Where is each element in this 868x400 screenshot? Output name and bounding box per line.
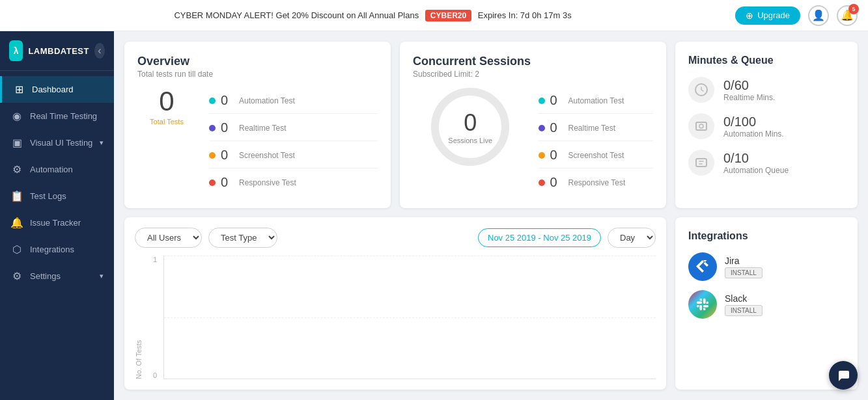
y-axis-bottom: 0 [153,371,157,379]
chevron-down-icon: ▾ [100,139,104,147]
overview-inner: 0 Total Tests 0 Automation Test 0 Realti… [137,88,378,195]
sidebar-item-label: Settings [30,271,61,281]
sidebar-item-integrations[interactable]: ⬡ Integrations [0,236,114,263]
stat-row-realtime: 0 Realtime Test [209,115,378,141]
topbar-alert: CYBER MONDAY ALERT! Get 20% Discount on … [10,10,735,21]
mq-realtime-sublabel: Realtime Mins. [723,93,775,102]
sidebar-item-label: Test Logs [30,191,66,201]
realtime-value: 0 [221,120,234,135]
sidebar-item-issue-tracker[interactable]: 🔔 Issue Tracker [0,209,114,236]
sidebar-item-visual-ui[interactable]: ▣ Visual UI Testing ▾ [0,129,114,156]
integrations-side-card: Integrations Jira INSTALL Slack [675,217,858,390]
con-responsive-value: 0 [550,175,563,190]
chart-card: All Users Test Type Nov 25 2019 - Nov 25… [124,217,666,390]
slack-logo [688,290,717,319]
day-select[interactable]: Day [608,228,656,248]
con-realtime-dot [539,125,545,131]
slack-name: Slack [725,293,763,304]
mq-queue: 0/10 Automation Queue [688,150,845,176]
sidebar-collapse-button[interactable]: ‹ [94,43,105,59]
topbar-actions: Upgrade 👤 🔔 5 [735,5,858,26]
expires-text: Expires In: 7d 0h 17m 3s [478,10,572,20]
sidebar-item-label: Automation [30,165,73,174]
date-range-button[interactable]: Nov 25 2019 - Nov 25 2019 [478,228,601,247]
notification-bell[interactable]: 🔔 5 [837,5,858,26]
jira-name: Jira [725,256,763,266]
mq-automation: 0/100 Automation Mins. [688,113,845,139]
sidebar-item-settings[interactable]: ⚙ Settings ▾ [0,263,114,289]
stat-row-automation: 0 Automation Test [209,88,378,114]
slack-install-button[interactable]: INSTALL [725,305,763,316]
sidebar-item-label: Visual UI Testing [30,138,92,148]
sidebar-item-automation[interactable]: ⚙ Automation [0,156,114,183]
automation-label: Automation Test [239,96,295,105]
automation-dot [209,98,216,104]
concurrent-subtitle: Subscribed Limit: 2 [413,70,653,79]
test-logs-icon: 📋 [10,190,23,202]
jira-info: Jira INSTALL [725,256,763,278]
automation-value: 0 [221,93,234,108]
mq-queue-value: 0/10 [723,151,789,166]
y-axis-top: 1 [153,256,157,263]
mq-automation-value: 0/100 [723,114,784,129]
realtime-label: Realtime Test [239,124,286,133]
sidebar-item-realtime[interactable]: ◉ Real Time Testing [0,103,114,129]
jira-logo [688,252,717,281]
chevron-down-icon: ▾ [100,272,104,280]
automation-icon: ⚙ [10,163,23,176]
chart-filters: All Users Test Type Nov 25 2019 - Nov 25… [135,228,656,248]
sidebar-item-label: Dashboard [32,85,74,94]
main-content: Overview Total tests run till date 0 Tot… [114,31,868,400]
promo-code: CYBER20 [425,10,471,21]
issue-tracker-icon: 🔔 [10,217,23,229]
svg-rect-1 [696,122,707,130]
topbar: CYBER MONDAY ALERT! Get 20% Discount on … [0,0,868,31]
mq-title: Minutes & Queue [688,55,845,66]
con-stat-realtime: 0 Realtime Test [539,115,654,141]
jira-integration-item: Jira INSTALL [688,252,845,281]
con-stat-automation: 0 Automation Test [539,88,654,114]
jira-install-button[interactable]: INSTALL [725,267,763,278]
chat-bubble-button[interactable] [829,361,858,390]
users-filter-select[interactable]: All Users [135,228,202,248]
responsive-value: 0 [221,175,234,190]
sidebar-item-test-logs[interactable]: 📋 Test Logs [0,183,114,209]
overview-title: Overview [137,55,378,68]
upgrade-button[interactable]: Upgrade [735,7,800,25]
con-responsive-dot [539,180,545,186]
sidebar-item-label: Issue Tracker [30,218,81,228]
responsive-label: Responsive Test [239,178,296,187]
sessions-circle: 0 Sessions Live [431,88,509,166]
sessions-num: 0 [464,109,477,137]
user-avatar[interactable]: 👤 [808,5,829,26]
integrations-title: Integrations [688,230,845,242]
visual-ui-icon: ▣ [10,137,23,149]
logo-icon: λ [9,40,23,61]
realtime-mins-icon [688,77,714,103]
y-axis-label: No. Of Tests [135,256,143,379]
mq-automation-sublabel: Automation Mins. [723,129,784,139]
mq-realtime-info: 0/60 Realtime Mins. [723,78,775,102]
concurrent-inner: 0 Sessions Live 0 Automation Test 0 [413,88,653,195]
sessions-label: Sessions Live [448,137,492,144]
test-type-filter-select[interactable]: Test Type [208,228,277,248]
con-screenshot-value: 0 [550,148,563,163]
overview-subtitle: Total tests run till date [137,70,378,79]
realtime-dot [209,125,216,131]
con-stat-screenshot: 0 Screenshot Test [539,142,654,168]
sidebar-item-label: Real Time Testing [30,111,97,121]
concurrent-stats: 0 Automation Test 0 Realtime Test 0 Scre… [539,88,654,195]
integrations-icon: ⬡ [10,243,23,256]
slack-integration-item: Slack INSTALL [688,290,845,319]
grid-line-top [164,256,656,256]
grid-line-mid [164,317,656,318]
slack-info: Slack INSTALL [725,293,763,316]
stat-row-responsive: 0 Responsive Test [209,170,378,195]
total-tests-label: Total Tests [150,118,184,126]
mq-queue-sublabel: Automation Queue [723,166,789,175]
mq-automation-info: 0/100 Automation Mins. [723,114,784,139]
con-automation-dot [539,98,545,104]
stat-row-screenshot: 0 Screenshot Test [209,142,378,168]
sidebar-item-dashboard[interactable]: ⊞ Dashboard [0,76,114,103]
svg-point-2 [699,124,703,128]
